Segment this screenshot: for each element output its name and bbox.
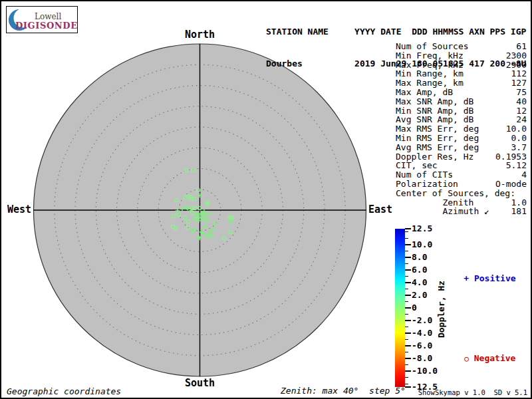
colorbar-tick xyxy=(405,345,411,346)
stat-label: Avg SNR Amp, dB xyxy=(396,115,473,124)
stat-value: 10.0 xyxy=(506,124,527,134)
stat-value: 75 xyxy=(516,88,527,97)
stat-row: Zenith1.0 xyxy=(396,198,527,207)
version-label: ShowSkymap v 1.0 SD v 5.1 xyxy=(418,388,527,396)
stat-label: Min SNR Amp, dB xyxy=(396,106,473,116)
colorbar-tick xyxy=(405,251,408,251)
stat-value: 112 xyxy=(511,69,527,78)
stat-row: Min SNR Amp, dB12 xyxy=(396,106,527,116)
label-south: South xyxy=(185,378,215,388)
lowell-digisonde-logo: Lowell DIGISONDE xyxy=(6,6,78,33)
stat-label: CIT, sec xyxy=(396,161,438,170)
colorbar-tick xyxy=(405,327,408,327)
colorbar-tick xyxy=(405,358,411,359)
colorbar-tick xyxy=(405,263,408,264)
stat-row: Num of Sources61 xyxy=(396,42,527,51)
colorbar-tick-label: -6.0 xyxy=(412,341,432,350)
colorbar-tick xyxy=(405,228,411,229)
colorbar-tick xyxy=(405,314,408,315)
stat-value: 40 xyxy=(516,97,527,106)
stat-value: 12 xyxy=(516,106,527,116)
stat-value: 0.0 xyxy=(511,134,527,143)
colorbar-tick xyxy=(405,352,408,352)
colorbar-tick xyxy=(405,269,411,271)
colorbar-tick-label: -2.0 xyxy=(412,316,432,325)
label-north: North xyxy=(185,30,215,40)
colorbar-tick-label: 10.0 xyxy=(412,240,432,249)
stat-row: CIT, sec5.12 xyxy=(396,161,527,170)
colorbar-tick-label: -8.0 xyxy=(412,354,432,363)
stat-row: Avg SNR Amp, dB24 xyxy=(396,115,527,124)
stat-label: Zenith xyxy=(396,198,473,207)
label-east: East xyxy=(368,205,392,215)
stat-row: Max RMS Err, deg10.0 xyxy=(396,124,527,134)
station-header-columns: STATION NAME YYYY DATE DDD HHMMSS AXN PP… xyxy=(266,27,526,37)
colorbar-tick xyxy=(405,307,411,309)
circle-marker-icon: ○ xyxy=(464,354,469,363)
legend-negative-label: Negative xyxy=(474,353,516,363)
stat-label: Min Range, km xyxy=(396,69,464,78)
stat-row: Center of Sources, deg: xyxy=(396,189,527,198)
colorbar-tick xyxy=(405,244,411,245)
colorbar-tick xyxy=(405,289,408,289)
stat-value: 61 xyxy=(516,42,527,51)
label-west: West xyxy=(1,205,31,215)
legend-positive-label-gap xyxy=(469,273,474,283)
stat-row: Num of CITs4 xyxy=(396,170,527,180)
stat-row: Min Freq, kHz2300 xyxy=(396,51,527,61)
colorbar-tick xyxy=(405,257,411,258)
stat-row: Min Range, km112 xyxy=(396,69,527,78)
plus-marker-icon: + xyxy=(464,273,469,283)
legend-negative: ○ Negative xyxy=(444,343,515,373)
colorbar-tick xyxy=(405,231,408,232)
stat-label: Min Freq, kHz xyxy=(396,51,464,61)
stat-row: Max Freq, kHz2900 xyxy=(396,61,527,70)
stat-label: Num of Sources xyxy=(396,42,469,51)
stat-row: Max Range, km127 xyxy=(396,78,527,88)
colorbar-tick xyxy=(405,332,411,334)
colorbar-tick xyxy=(405,276,408,277)
stat-label: Azimuth ↙ xyxy=(396,207,489,216)
stat-value: 0.1953 xyxy=(495,152,527,162)
stat-label: Max RMS Err, deg xyxy=(396,124,479,134)
stat-label: Doppler Res, Hz xyxy=(396,152,473,162)
stat-value: 2900 xyxy=(506,61,527,70)
coordinates-mode-label: Geographic coordinates xyxy=(7,386,121,396)
stat-row: Max Amp, dB75 xyxy=(396,88,527,97)
colorbar-tick xyxy=(405,377,408,378)
colorbar-tick xyxy=(405,301,408,302)
stat-row: Avg RMS Err, deg3.7 xyxy=(396,143,527,152)
colorbar-tick-label: 4.0 xyxy=(412,278,427,287)
stat-label: Avg RMS Err, deg xyxy=(396,143,479,152)
colorbar-tick xyxy=(405,364,408,365)
showskymap-window: Lowell DIGISONDE STATION NAME YYYY DATE … xyxy=(0,0,532,399)
stat-label: Num of CITs xyxy=(396,170,453,180)
stat-value: 24 xyxy=(516,115,527,124)
stat-label: Max SNR Amp, dB xyxy=(396,97,473,106)
stat-value: 3.7 xyxy=(511,143,527,152)
colorbar-tick xyxy=(405,386,411,388)
stat-row: Doppler Res, Hz0.1953 xyxy=(396,152,527,162)
colorbar-tick xyxy=(405,238,408,239)
colorbar-tick xyxy=(405,370,411,372)
logo-digisonde-text: DIGISONDE xyxy=(15,21,78,31)
colorbar-tick xyxy=(405,339,408,340)
stats-panel: Num of Sources61Min Freq, kHz2300Max Fre… xyxy=(396,42,527,216)
colorbar-tick-label: 6.0 xyxy=(412,265,427,275)
stat-row: PolarizationO-mode xyxy=(396,180,527,189)
colorbar-tick xyxy=(405,282,411,283)
colorbar-tick-label: -10.0 xyxy=(412,366,438,376)
colorbar-tick-label: 2.0 xyxy=(412,291,427,300)
colorbar-tick-label: 8.0 xyxy=(412,253,427,262)
stat-label: Min RMS Err, deg xyxy=(396,134,479,143)
stat-row: Min RMS Err, deg0.0 xyxy=(396,134,527,143)
colorbar-tick xyxy=(405,384,408,384)
stat-label: Max Freq, kHz xyxy=(396,61,464,70)
legend-positive-label: Positive xyxy=(474,273,516,283)
stat-label: Polarization xyxy=(396,180,458,189)
stat-row: Azimuth ↙181 xyxy=(396,207,527,216)
stat-row: Max SNR Amp, dB40 xyxy=(396,97,527,106)
colorbar-tick-label: -4.0 xyxy=(412,329,432,338)
legend-negative-label-gap xyxy=(469,353,474,363)
stat-value: O-mode xyxy=(495,180,527,189)
